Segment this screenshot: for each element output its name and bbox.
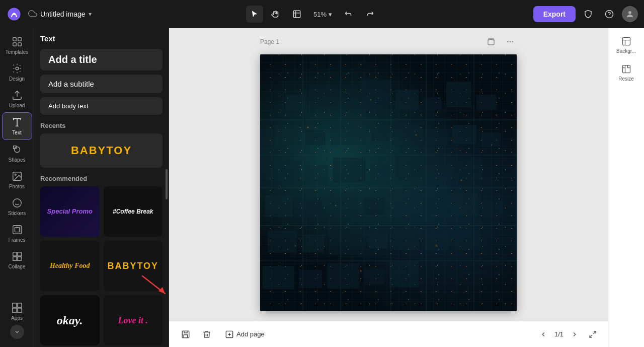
resize-label: Resize (618, 76, 634, 82)
logo-button[interactable] (6, 6, 22, 22)
add-page-button[interactable]: Add page (219, 327, 271, 341)
frames-label: Frames (9, 237, 26, 243)
redo-button[interactable] (361, 6, 378, 23)
user-avatar[interactable] (622, 6, 638, 22)
recommended-label: Recommended (40, 175, 163, 182)
delete-button[interactable] (198, 326, 215, 343)
file-title-area[interactable]: Untitled image ▾ (28, 9, 92, 20)
svg-rect-39 (275, 125, 300, 145)
next-page-button[interactable] (568, 327, 582, 341)
sidebar-item-apps[interactable]: Apps (2, 298, 32, 325)
svg-rect-2 (293, 11, 300, 18)
undo-button[interactable] (340, 6, 357, 23)
recent-babytoy[interactable]: BABYTOY (40, 133, 163, 168)
rec-babytoy[interactable]: BABYTOY (104, 241, 163, 291)
svg-rect-66 (392, 226, 420, 250)
svg-rect-44 (426, 130, 447, 146)
rec-special-promo[interactable]: Special Promo (40, 186, 100, 237)
file-title-chevron: ▾ (89, 11, 92, 18)
add-page-label: Add page (236, 330, 265, 338)
svg-rect-96 (622, 65, 630, 73)
rail-collapse-button[interactable] (10, 325, 24, 339)
stickers-label: Stickers (8, 211, 26, 216)
svg-rect-95 (622, 38, 630, 45)
topbar-right: Export (533, 6, 638, 23)
sidebar-item-text[interactable]: Text (2, 112, 32, 140)
recents-label: Recents (40, 122, 163, 129)
add-subtitle-button[interactable]: Add a subtitle (40, 75, 163, 93)
svg-rect-18 (17, 252, 21, 256)
love-it-text: Love it . (118, 315, 148, 326)
sidebar-item-stickers[interactable]: Stickers (2, 193, 32, 220)
special-promo-text: Special Promo (47, 207, 93, 216)
svg-rect-24 (17, 308, 21, 312)
help-button[interactable] (601, 6, 618, 23)
page-more-button[interactable] (504, 35, 517, 48)
select-tool-button[interactable] (246, 6, 263, 23)
sidebar-item-photos[interactable]: Photos (2, 167, 32, 193)
svg-rect-40 (305, 130, 326, 145)
svg-point-9 (16, 67, 19, 70)
add-title-button[interactable]: Add a title (40, 49, 163, 71)
zoom-control[interactable]: 51% ▾ (309, 9, 336, 20)
sidebar-item-design[interactable]: Design (2, 59, 32, 86)
sidebar-item-templates[interactable]: Templates (2, 32, 32, 59)
canvas-page[interactable] (260, 54, 517, 311)
svg-rect-22 (17, 303, 21, 307)
background-button[interactable]: Backgr... (611, 32, 641, 58)
svg-rect-45 (452, 125, 476, 144)
topbar-tools: 51% ▾ (98, 6, 527, 23)
shield-icon-button[interactable] (580, 6, 597, 23)
save-button[interactable] (177, 326, 194, 343)
sidebar-item-collage[interactable]: Collage (2, 247, 32, 273)
svg-rect-5 (13, 38, 16, 41)
svg-rect-33 (343, 100, 358, 110)
svg-point-87 (335, 204, 337, 206)
svg-point-85 (370, 99, 372, 100)
svg-rect-37 (446, 82, 471, 107)
svg-rect-71 (327, 263, 359, 289)
svg-line-25 (142, 276, 165, 294)
rec-love-it[interactable]: Love it . (104, 295, 163, 345)
svg-rect-46 (481, 132, 501, 147)
prev-page-button[interactable] (536, 327, 550, 341)
svg-rect-7 (13, 43, 16, 46)
background-label: Backgr... (616, 48, 636, 54)
svg-rect-34 (361, 80, 391, 107)
city-svg (260, 54, 517, 311)
svg-rect-50 (371, 163, 391, 179)
canvas-area: Page 1 (169, 28, 608, 347)
collage-label: Collage (9, 264, 26, 269)
frame-tool-button[interactable] (288, 6, 305, 23)
rec-healthy-food[interactable]: Healthy Food (40, 241, 100, 291)
add-body-button[interactable]: Add body text (40, 97, 163, 115)
svg-marker-26 (158, 287, 165, 294)
svg-rect-63 (302, 235, 324, 252)
topbar: Untitled image ▾ 51% ▾ (0, 0, 644, 28)
svg-rect-49 (333, 158, 366, 183)
svg-point-89 (295, 245, 296, 246)
hand-tool-button[interactable] (267, 6, 284, 23)
svg-rect-55 (298, 199, 322, 218)
sidebar-item-upload[interactable]: Upload (2, 86, 32, 112)
svg-point-86 (415, 134, 417, 136)
right-panel: Backgr... Resize (608, 28, 644, 347)
sidebar-item-shapes[interactable]: Shapes (2, 140, 32, 167)
svg-point-4 (628, 11, 631, 14)
page-save-button[interactable] (485, 35, 498, 48)
svg-rect-56 (327, 193, 358, 217)
resize-button[interactable]: Resize (611, 60, 641, 86)
expand-button[interactable] (586, 327, 600, 341)
photos-label: Photos (9, 184, 25, 189)
svg-rect-15 (13, 226, 21, 234)
svg-rect-47 (270, 160, 300, 183)
svg-rect-43 (393, 122, 421, 145)
svg-rect-67 (425, 232, 449, 251)
svg-rect-69 (263, 266, 294, 289)
rec-coffee-break[interactable]: #Coffee Break (104, 186, 163, 237)
rec-okay[interactable]: okay. (40, 295, 100, 345)
recommended-grid: Special Promo #Coffee Break Healthy Food… (40, 186, 163, 345)
sidebar-item-frames[interactable]: Frames (2, 220, 32, 247)
svg-point-91 (491, 144, 493, 146)
export-button[interactable]: Export (533, 6, 576, 22)
